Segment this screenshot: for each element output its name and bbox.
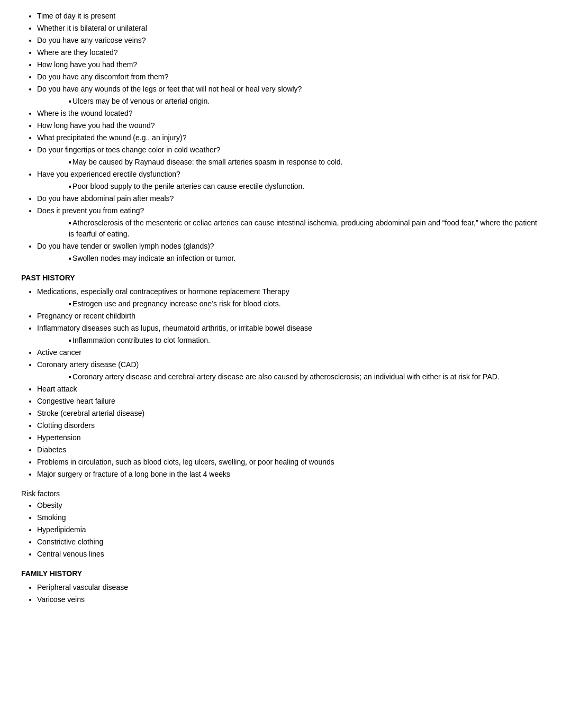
intro-list: Time of day it is present Whether it is … bbox=[21, 11, 541, 264]
sub-list-item: Swollen nodes may indicate an infection … bbox=[69, 253, 541, 264]
list-item: Time of day it is present bbox=[37, 11, 541, 22]
sub-list-item: Atherosclerosis of the mesenteric or cel… bbox=[69, 217, 541, 240]
list-item: Have you experienced erectile dysfunctio… bbox=[37, 169, 541, 192]
list-item: Do you have tender or swollen lymph node… bbox=[37, 241, 541, 264]
list-item: Congestive heart failure bbox=[37, 396, 541, 407]
list-item: How long have you had the wound? bbox=[37, 120, 541, 131]
main-content: Time of day it is present Whether it is … bbox=[21, 11, 541, 605]
sub-list: Poor blood supply to the penile arteries… bbox=[37, 181, 541, 192]
list-item: Obesity bbox=[37, 500, 541, 511]
list-item: Stroke (cerebral arterial disease) bbox=[37, 408, 541, 419]
family-history-heading: FAMILY HISTORY bbox=[21, 569, 541, 578]
past-history-section: PAST HISTORY Medications, especially ora… bbox=[21, 274, 541, 480]
list-item: Do you have any varicose veins? bbox=[37, 35, 541, 46]
risk-factors-label: Risk factors bbox=[21, 489, 541, 498]
risk-factors-section: Risk factors Obesity Smoking Hyperlipide… bbox=[21, 489, 541, 560]
list-item: Peripheral vascular disease bbox=[37, 582, 541, 593]
sub-list-item: May be caused by Raynaud disease: the sm… bbox=[69, 157, 541, 168]
list-item: Problems in circulation, such as blood c… bbox=[37, 457, 541, 468]
sub-list: Coronary artery disease and cerebral art… bbox=[37, 371, 541, 383]
sub-list-item: Inflammation contributes to clot formati… bbox=[69, 335, 541, 346]
list-item: Diabetes bbox=[37, 444, 541, 456]
list-item: Smoking bbox=[37, 512, 541, 523]
list-item: Does it prevent you from eating? Atheros… bbox=[37, 205, 541, 240]
past-history-heading: PAST HISTORY bbox=[21, 274, 541, 282]
list-item: Clotting disorders bbox=[37, 420, 541, 431]
list-item: Major surgery or fracture of a long bone… bbox=[37, 469, 541, 480]
sub-list-item: Estrogen use and pregnancy increase one’… bbox=[69, 298, 541, 310]
family-history-list: Peripheral vascular disease Varicose vei… bbox=[21, 582, 541, 605]
intro-section: Time of day it is present Whether it is … bbox=[21, 11, 541, 264]
list-item: Constrictive clothing bbox=[37, 536, 541, 548]
list-item: Pregnancy or recent childbirth bbox=[37, 311, 541, 322]
list-item: Heart attack bbox=[37, 384, 541, 395]
list-item: How long have you had them? bbox=[37, 59, 541, 70]
list-item: Medications, especially oral contracepti… bbox=[37, 286, 541, 310]
list-item: Active cancer bbox=[37, 347, 541, 358]
list-item: What precipitated the wound (e.g., an in… bbox=[37, 132, 541, 143]
sub-list: Swollen nodes may indicate an infection … bbox=[37, 253, 541, 264]
sub-list-item: Poor blood supply to the penile arteries… bbox=[69, 181, 541, 192]
list-item: Do your fingertips or toes change color … bbox=[37, 144, 541, 168]
list-item: Do you have any wounds of the legs or fe… bbox=[37, 84, 541, 107]
sub-list: Atherosclerosis of the mesenteric or cel… bbox=[37, 217, 541, 240]
list-item: Inflammatory diseases such as lupus, rhe… bbox=[37, 323, 541, 346]
sub-list: Ulcers may be of venous or arterial orig… bbox=[37, 96, 541, 107]
list-item: Where is the wound located? bbox=[37, 108, 541, 119]
list-item: Do you have any discomfort from them? bbox=[37, 71, 541, 83]
sub-list-item: Coronary artery disease and cerebral art… bbox=[69, 371, 541, 383]
list-item: Do you have abdominal pain after meals? bbox=[37, 193, 541, 204]
family-history-section: FAMILY HISTORY Peripheral vascular disea… bbox=[21, 569, 541, 605]
list-item: Whether it is bilateral or unilateral bbox=[37, 23, 541, 34]
past-history-list: Medications, especially oral contracepti… bbox=[21, 286, 541, 480]
risk-factors-list: Obesity Smoking Hyperlipidemia Constrict… bbox=[21, 500, 541, 560]
sub-list-item: Ulcers may be of venous or arterial orig… bbox=[69, 96, 541, 107]
list-item: Coronary artery disease (CAD) Coronary a… bbox=[37, 359, 541, 383]
list-item: Hyperlipidemia bbox=[37, 524, 541, 535]
list-item: Central venous lines bbox=[37, 549, 541, 560]
sub-list: Estrogen use and pregnancy increase one’… bbox=[37, 298, 541, 310]
sub-list: Inflammation contributes to clot formati… bbox=[37, 335, 541, 346]
list-item: Varicose veins bbox=[37, 594, 541, 605]
list-item: Hypertension bbox=[37, 432, 541, 443]
sub-list: May be caused by Raynaud disease: the sm… bbox=[37, 157, 541, 168]
list-item: Where are they located? bbox=[37, 47, 541, 58]
